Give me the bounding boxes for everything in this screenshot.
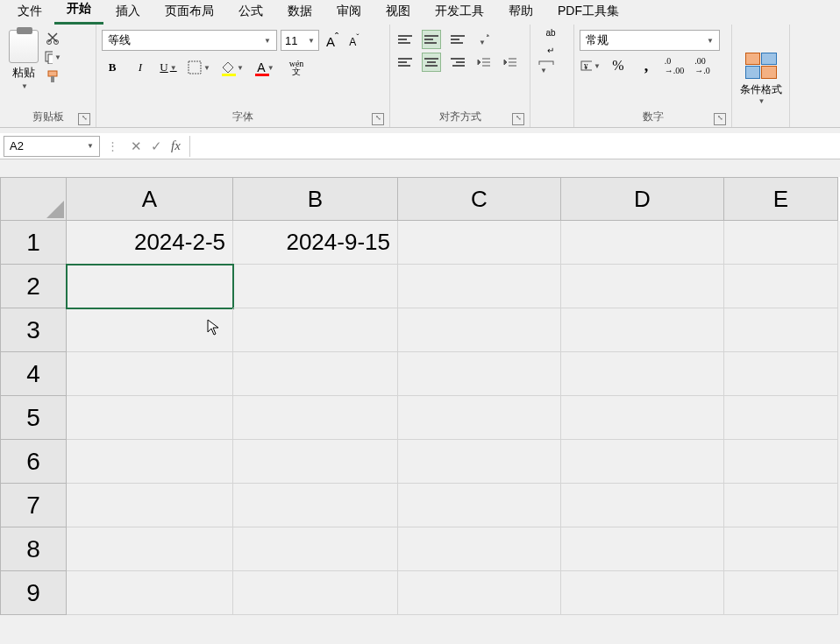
- font-color-button[interactable]: A▼: [253, 58, 279, 77]
- cell-c6[interactable]: [398, 440, 561, 484]
- cell-d3[interactable]: [561, 308, 724, 352]
- decrease-decimal-button[interactable]: .00→.0: [692, 56, 713, 75]
- row-header-6[interactable]: 6: [0, 440, 67, 484]
- align-left-button[interactable]: [395, 53, 415, 72]
- accounting-format-button[interactable]: ¥▼: [580, 56, 601, 75]
- cell-d4[interactable]: [561, 352, 724, 396]
- font-name-select[interactable]: 等线▼: [102, 30, 277, 51]
- cell-b8[interactable]: [233, 527, 398, 571]
- number-format-select[interactable]: 常规▼: [580, 30, 720, 51]
- menu-data[interactable]: 数据: [275, 0, 324, 25]
- align-middle-button[interactable]: [422, 30, 441, 49]
- italic-button[interactable]: I: [130, 58, 151, 77]
- row-header-2[interactable]: 2: [0, 265, 67, 308]
- col-header-d[interactable]: D: [561, 177, 724, 221]
- col-header-a[interactable]: A: [67, 177, 233, 221]
- align-center-button[interactable]: [422, 53, 441, 72]
- increase-indent-button[interactable]: [501, 53, 520, 72]
- percent-button[interactable]: %: [608, 56, 629, 75]
- cell-d8[interactable]: [561, 527, 724, 571]
- cell-a2[interactable]: [67, 265, 233, 308]
- bold-button[interactable]: B: [102, 58, 123, 77]
- menu-review[interactable]: 审阅: [324, 0, 374, 25]
- cell-a8[interactable]: [67, 527, 233, 571]
- cancel-button[interactable]: ✕: [131, 138, 142, 154]
- cell-b7[interactable]: [233, 484, 398, 527]
- wrap-text-button[interactable]: ab↵: [536, 32, 566, 51]
- alignment-expand-icon[interactable]: ⤡: [512, 113, 524, 125]
- menu-home[interactable]: 开始: [54, 0, 103, 25]
- cell-c1[interactable]: [398, 221, 561, 265]
- cell-c3[interactable]: [398, 308, 561, 352]
- menu-help[interactable]: 帮助: [496, 0, 545, 25]
- cell-b9[interactable]: [233, 571, 398, 615]
- cell-c8[interactable]: [398, 527, 561, 571]
- cell-c5[interactable]: [398, 396, 561, 440]
- phonetic-guide-button[interactable]: wén 文: [286, 58, 307, 77]
- number-expand-icon[interactable]: ⤡: [714, 113, 726, 125]
- cell-a6[interactable]: [67, 440, 233, 484]
- cell-a7[interactable]: [67, 484, 233, 527]
- cell-a3[interactable]: [67, 308, 233, 352]
- enter-button[interactable]: ✓: [151, 138, 162, 154]
- name-box[interactable]: A2▼: [4, 136, 100, 157]
- row-header-7[interactable]: 7: [0, 484, 67, 527]
- cell-b2[interactable]: [233, 265, 398, 308]
- row-header-3[interactable]: 3: [0, 308, 67, 352]
- cell-d2[interactable]: [561, 265, 724, 308]
- cell-c2[interactable]: [398, 265, 561, 308]
- cell-e4[interactable]: [724, 352, 838, 396]
- merge-button[interactable]: ▼: [536, 58, 566, 77]
- row-header-9[interactable]: 9: [0, 571, 67, 615]
- col-header-c[interactable]: C: [398, 177, 561, 221]
- fill-color-button[interactable]: ▼: [219, 58, 246, 77]
- decrease-indent-button[interactable]: [474, 53, 494, 72]
- row-header-4[interactable]: 4: [0, 352, 67, 396]
- menu-page-layout[interactable]: 页面布局: [153, 0, 226, 25]
- formula-input[interactable]: [189, 136, 840, 157]
- cell-d1[interactable]: [561, 221, 724, 265]
- cell-e5[interactable]: [724, 396, 838, 440]
- cell-c4[interactable]: [398, 352, 561, 396]
- cell-e8[interactable]: [724, 527, 838, 571]
- menu-developer[interactable]: 开发工具: [423, 0, 496, 25]
- chevron-down-icon[interactable]: ▼: [758, 97, 765, 105]
- copy-button[interactable]: ▼: [44, 49, 61, 65]
- insert-function-button[interactable]: fx: [171, 138, 181, 154]
- font-size-select[interactable]: 11▼: [281, 30, 319, 51]
- increase-decimal-button[interactable]: .0→.00: [664, 56, 685, 75]
- menu-insert[interactable]: 插入: [103, 0, 153, 25]
- menu-file[interactable]: 文件: [5, 0, 54, 25]
- comma-button[interactable]: ,: [636, 56, 657, 75]
- cell-d6[interactable]: [561, 440, 724, 484]
- cell-b4[interactable]: [233, 352, 398, 396]
- font-expand-icon[interactable]: ⤡: [372, 113, 384, 125]
- row-header-1[interactable]: 1: [0, 221, 67, 265]
- menu-formulas[interactable]: 公式: [226, 0, 275, 25]
- cell-e9[interactable]: [724, 571, 838, 615]
- cell-a4[interactable]: [67, 352, 233, 396]
- cell-b5[interactable]: [233, 396, 398, 440]
- select-all-corner[interactable]: [0, 177, 67, 221]
- cell-d9[interactable]: [561, 571, 724, 615]
- cell-c9[interactable]: [398, 571, 561, 615]
- cell-c7[interactable]: [398, 484, 561, 527]
- menu-pdf-tools[interactable]: PDF工具集: [545, 0, 631, 25]
- cell-e1[interactable]: [724, 221, 838, 265]
- cell-d5[interactable]: [561, 396, 724, 440]
- cell-e6[interactable]: [724, 440, 838, 484]
- orientation-button[interactable]: ▼: [474, 30, 494, 49]
- menu-view[interactable]: 视图: [374, 0, 423, 25]
- align-top-button[interactable]: [395, 30, 415, 49]
- cell-b1[interactable]: 2024-9-15: [233, 221, 398, 265]
- cell-e2[interactable]: [724, 265, 838, 308]
- cell-e7[interactable]: [724, 484, 838, 527]
- align-bottom-button[interactable]: [448, 30, 467, 49]
- col-header-b[interactable]: B: [233, 177, 398, 221]
- underline-button[interactable]: U▼: [158, 58, 179, 77]
- paste-button[interactable]: 粘贴 ▼: [9, 30, 39, 90]
- cell-a1[interactable]: 2024-2-5: [67, 221, 233, 265]
- clipboard-expand-icon[interactable]: ⤡: [78, 113, 90, 125]
- border-button[interactable]: ▼: [186, 58, 212, 77]
- decrease-font-button[interactable]: Aˇ: [345, 33, 362, 48]
